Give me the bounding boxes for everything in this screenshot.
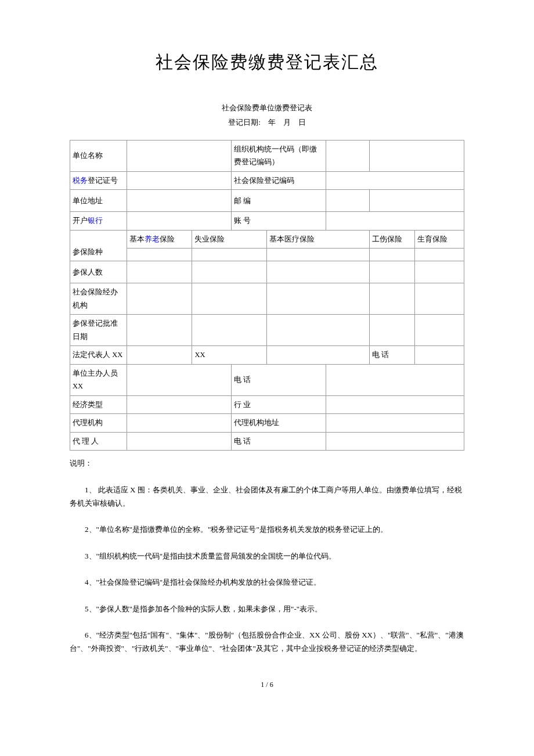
label-econ-type: 经济类型: [70, 395, 127, 414]
tax-link[interactable]: 税务: [73, 177, 88, 185]
pension-link[interactable]: 养老: [145, 235, 160, 243]
field-account: [326, 212, 464, 231]
field-contact-tel: [326, 364, 464, 395]
header-unemployment: 失业保险: [192, 230, 267, 249]
field-unemp-count: [192, 261, 267, 283]
note-5: 5、"参保人数"是指参加各个险种的实际人数，如果未参保，用"-"表示。: [70, 602, 464, 615]
field-proxy-org: [127, 414, 232, 433]
field-postcode-2: [370, 190, 464, 212]
header-birth: 生育保险: [415, 230, 464, 249]
field-med-type: [267, 249, 370, 261]
notes-section: 说明： 1、 此表适应 X 围：各类机关、事业、企业、社会团体及有雇工的个体工商…: [70, 456, 464, 656]
label-ins-type: 参保险种: [70, 230, 127, 261]
field-legal-tel: [415, 346, 464, 365]
label-agency: 社会保险经办机构: [70, 283, 127, 315]
label-tax-reg: 税务登记证号: [70, 171, 127, 190]
field-unit-addr: [127, 190, 232, 212]
label-legal-tel: 电 话: [370, 346, 415, 365]
label-unit-name: 单位名称: [70, 140, 127, 171]
label-contact: 单位主办人员 XX: [70, 364, 127, 395]
label-proxy-addr: 代理机构地址: [232, 414, 326, 433]
label-industry: 行 业: [232, 395, 326, 414]
field-legal-2: [267, 346, 370, 365]
register-date-line: 登记日期: 年 月 日: [70, 116, 464, 129]
note-4: 4、"社会保险登记编码"是指社会保险经办机构发放的社会保险登记证。: [70, 575, 464, 589]
note-3: 3、"组织机构统一代码"是指由技术质量监督局颁发的全国统一的单位代码。: [70, 549, 464, 563]
field-org-code-2: [370, 140, 464, 171]
field-injury-type: [370, 249, 415, 261]
field-approve-3: [267, 315, 370, 346]
field-proxy-person: [127, 432, 232, 451]
field-industry: [326, 395, 464, 414]
form-subtitle: 社会保险费单位缴费登记表: [70, 101, 464, 114]
label-postcode: 邮 编: [232, 190, 326, 212]
label-org-code: 组织机构统一代码（即缴费登记编码）: [232, 140, 326, 171]
field-bank: [127, 212, 232, 231]
header-pension: 基本养老保险: [127, 230, 192, 249]
field-agency-3: [267, 283, 370, 315]
note-6: 6、"经济类型"包括"国有"、"集体"、"股份制"（包括股份合作企业、XX 公司…: [70, 628, 464, 656]
field-approve-1: [127, 315, 192, 346]
field-agency-2: [192, 283, 267, 315]
field-econ-type: [127, 395, 232, 414]
field-org-code-1: [326, 140, 370, 171]
page-number: 1 / 6: [70, 679, 464, 692]
field-pension-count: [127, 261, 192, 283]
field-approve-4: [370, 315, 415, 346]
field-social-reg: [326, 171, 464, 190]
bank-link[interactable]: 银行: [88, 217, 103, 225]
field-birth-type: [415, 249, 464, 261]
label-account: 账 号: [232, 212, 326, 231]
field-proxy-addr: [326, 414, 464, 433]
label-xx: XX: [192, 346, 267, 365]
field-tax-reg: [127, 171, 232, 190]
field-pension-type: [127, 249, 192, 261]
field-med-count: [267, 261, 370, 283]
label-bank: 开户银行: [70, 212, 127, 231]
field-postcode-1: [326, 190, 370, 212]
label-legal-rep: 法定代表人 XX: [70, 346, 127, 365]
label-proxy-tel: 电 话: [232, 432, 326, 451]
field-agency-4: [370, 283, 415, 315]
field-contact: [127, 364, 232, 395]
label-ins-count: 参保人数: [70, 261, 127, 283]
note-1: 1、 此表适应 X 围：各类机关、事业、企业、社会团体及有雇工的个体工商户等用人…: [70, 483, 464, 510]
label-unit-addr: 单位地址: [70, 190, 127, 212]
field-unemp-type: [192, 249, 267, 261]
field-agency-1: [127, 283, 192, 315]
registration-table: 单位名称 组织机构统一代码（即缴费登记编码） 税务登记证号 社会保险登记编码 单…: [70, 140, 464, 451]
label-contact-tel: 电 话: [232, 364, 326, 395]
label-proxy-person: 代 理 人: [70, 432, 127, 451]
header-injury: 工伤保险: [370, 230, 415, 249]
label-proxy-org: 代理机构: [70, 414, 127, 433]
label-social-reg: 社会保险登记编码: [232, 171, 326, 190]
field-approve-5: [415, 315, 464, 346]
note-2: 2、"单位名称"是指缴费单位的全称。"税务登记证号"是指税务机关发放的税务登记证…: [70, 523, 464, 536]
field-approve-2: [192, 315, 267, 346]
field-legal-1: [127, 346, 192, 365]
page-title: 社会保险费缴费登记表汇总: [70, 46, 464, 78]
field-birth-count: [415, 261, 464, 283]
label-approve-date: 参保登记批准日期: [70, 315, 127, 346]
field-unit-name: [127, 140, 232, 171]
field-agency-5: [415, 283, 464, 315]
field-injury-count: [370, 261, 415, 283]
notes-head: 说明：: [70, 456, 464, 470]
header-medical: 基本医疗保险: [267, 230, 370, 249]
field-proxy-tel: [326, 432, 464, 451]
